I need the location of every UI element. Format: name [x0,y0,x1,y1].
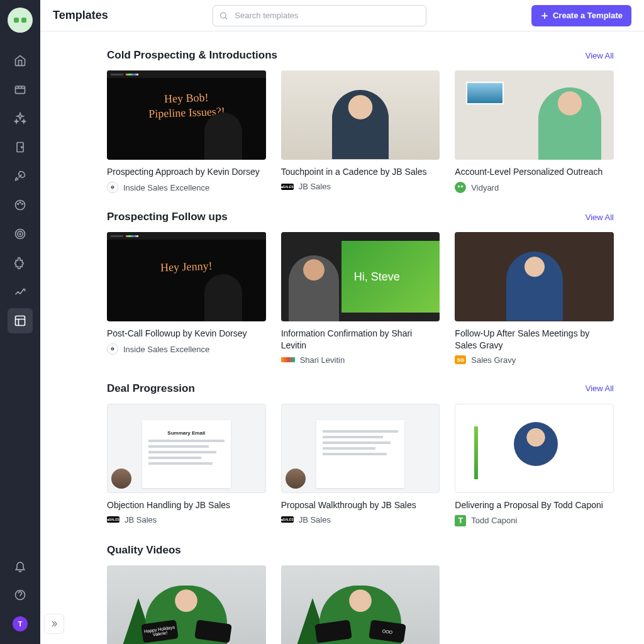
nav-ai[interactable] [8,106,33,131]
rocket-icon [14,170,26,182]
sparkles-icon [14,112,26,125]
nav-record[interactable] [8,77,33,102]
template-card[interactable]: Summary Email Objection Handling by JB S… [107,404,266,526]
author-icon: ⊖ [107,343,118,355]
section-title: Quality Videos [107,544,181,557]
author-icon: T [455,515,466,526]
author-name: JB Sales [125,515,157,525]
template-card[interactable]: Hey Jenny! Post-Call Followup by Kevin D… [107,232,266,365]
author-icon: ■SALES [107,516,119,523]
template-card[interactable]: Hey Bob!Pipeline Issues?! Prospecting Ap… [107,70,266,193]
author-name: Shari Levitin [300,355,345,365]
chart-icon [14,286,26,298]
view-all-link[interactable]: View All [586,213,614,222]
card-author: Vidyard [455,182,614,193]
author-name: Inside Sales Excellence [123,345,209,354]
nav-theme[interactable] [8,192,33,218]
sidebar: T [0,0,40,644]
nav-integrations[interactable] [8,250,33,275]
card-author: ■SALES JB Sales [281,182,440,191]
card-author: ⊖ Inside Sales Excellence [107,182,266,193]
door-icon [14,141,26,153]
clapper-icon [14,83,26,96]
template-card[interactable]: OOO Holiday Sales OOO Video [281,565,440,644]
author-icon: ■SALES [281,516,294,523]
card-title: Follow-Up After Sales Meetings by Sales … [455,328,614,352]
section-head: Prospecting Follow ups View All [107,211,614,223]
layout-icon [14,314,26,327]
card-title: Delivering a Proposal By Todd Caponi [455,499,614,511]
card-author: ⊖ Inside Sales Excellence [107,343,266,355]
author-name: JB Sales [299,182,331,191]
content: Cold Prospecting & Introductions View Al… [40,31,644,644]
template-card[interactable]: Hi, Steve Information Confirmation by Sh… [281,232,440,365]
section-head: Deal Progression View All [107,382,614,395]
svg-rect-0 [16,86,25,94]
svg-point-6 [22,204,23,205]
author-name: Vidyard [471,183,499,192]
nav-help[interactable] [8,582,33,608]
template-card[interactable]: Proposal Walkthrough by JB Sales ■SALES … [281,404,440,526]
author-icon [455,182,466,193]
author-icon: SG [455,355,466,364]
section-title: Prospecting Follow ups [107,211,228,223]
card-title: Prospecting Approach by Kevin Dorsey [107,166,266,178]
nav-launch[interactable] [8,164,33,189]
svg-point-5 [19,202,21,203]
svg-rect-13 [458,186,460,187]
author-name: Sales Gravy [471,355,516,365]
nav-analytics[interactable] [8,279,33,304]
main: Templates Create a Template Cold Prospec… [40,0,644,644]
app-logo[interactable] [8,8,33,33]
card-author: T Todd Caponi [455,515,614,526]
section-title: Cold Prospecting & Introductions [107,49,277,62]
card-title: Post-Call Followup by Kevin Dorsey [107,328,266,340]
card-grid: Hey Jenny! Post-Call Followup by Kevin D… [107,232,614,365]
palette-icon [14,199,26,211]
nav-templates[interactable] [8,308,33,333]
author-icon: ⊖ [107,182,118,193]
nav-items [8,48,33,553]
nav-notifications[interactable] [8,553,33,579]
create-template-button[interactable]: Create a Template [531,5,631,26]
puzzle-icon [14,257,26,269]
section-head: Cold Prospecting & Introductions View Al… [107,49,614,62]
card-grid: Summary Email Objection Handling by JB S… [107,404,614,526]
section-title: Deal Progression [107,382,195,395]
svg-point-2 [21,147,23,148]
template-card[interactable]: Delivering a Proposal By Todd Caponi T T… [455,404,614,526]
template-card[interactable]: Account-Level Personalized Outreach Vidy… [455,70,614,193]
search-icon [219,11,228,20]
nav-profile[interactable]: T [8,611,33,636]
section: Cold Prospecting & Introductions View Al… [107,49,614,193]
template-card[interactable]: Happy HolidaysValerie! Account-Based Hol… [107,565,266,644]
section-head: Quality Videos [107,544,614,557]
nav-home[interactable] [8,48,33,73]
template-card[interactable]: Touchpoint in a Cadence by JB Sales ■SAL… [281,70,440,193]
target-icon [14,228,26,240]
author-name: JB Sales [299,515,331,525]
nav-rooms[interactable] [8,135,33,160]
bell-icon [14,560,26,572]
nav-bottom: T [8,553,33,636]
nav-goals[interactable] [8,221,33,247]
card-title: Account-Level Personalized Outreach [455,166,614,178]
author-name: Inside Sales Excellence [123,183,209,192]
home-icon [14,54,26,67]
avatar-icon: T [13,616,28,631]
author-icon [281,357,295,362]
create-template-label: Create a Template [553,11,623,20]
author-icon: ■SALES [281,184,294,190]
view-all-link[interactable]: View All [586,51,614,60]
search-input[interactable] [213,5,426,26]
author-name: Todd Caponi [471,516,517,525]
card-grid: Hey Bob!Pipeline Issues?! Prospecting Ap… [107,70,614,193]
help-icon [14,589,26,601]
template-card[interactable]: Follow-Up After Sales Meetings by Sales … [455,232,614,365]
section: Deal Progression View All Summary Email … [107,382,614,526]
svg-rect-14 [461,186,463,187]
card-title: Information Confirmation by Shari Leviti… [281,328,440,352]
card-grid: Happy HolidaysValerie! Account-Based Hol… [107,565,614,644]
card-title: Touchpoint in a Cadence by JB Sales [281,166,440,178]
view-all-link[interactable]: View All [586,384,614,393]
